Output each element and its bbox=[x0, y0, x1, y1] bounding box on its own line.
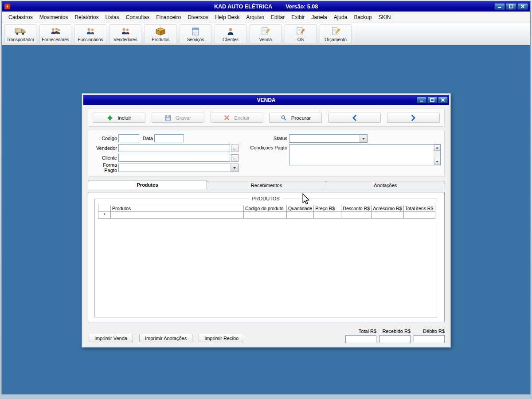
produtos-grid[interactable]: Produtos Codigo do produto Quantidade Pr… bbox=[98, 205, 435, 219]
box-icon bbox=[155, 26, 166, 37]
cell-preco[interactable] bbox=[314, 212, 341, 219]
forma-pagto-combobox[interactable] bbox=[118, 164, 239, 172]
screen: KAD AUTO ELÉTRICAVersão: 5.08 Cadastros … bbox=[0, 0, 532, 399]
cell-codigo[interactable] bbox=[244, 212, 287, 219]
toolbar-button-os[interactable]: OS bbox=[285, 24, 317, 44]
scroll-up-icon[interactable] bbox=[434, 145, 440, 151]
page-pencil-icon bbox=[331, 26, 340, 37]
gravar-button[interactable]: Gravar bbox=[152, 113, 204, 123]
cell-acrescimo[interactable] bbox=[372, 212, 403, 219]
menu-item-consultas[interactable]: Consultas bbox=[123, 13, 153, 22]
cliente-lookup-button[interactable]: ... bbox=[231, 154, 239, 162]
memo-scrollbar[interactable] bbox=[434, 145, 440, 165]
condicoes-pagto-memo[interactable] bbox=[289, 144, 441, 165]
total-label: Total R$ bbox=[359, 329, 376, 334]
menu-item-ajuda[interactable]: Ajuda bbox=[331, 13, 351, 22]
status-field[interactable] bbox=[289, 135, 360, 142]
imprimir-anotacoes-button[interactable]: Imprimir Anotações bbox=[139, 334, 192, 342]
venda-titlebar[interactable]: VENDA bbox=[83, 95, 449, 105]
toolbar-label: Fornecedores bbox=[42, 37, 69, 42]
menu-item-cadastros[interactable]: Cadastros bbox=[5, 13, 36, 22]
menu-item-editar[interactable]: Editar bbox=[268, 13, 288, 22]
venda-body: Incluir Gravar bbox=[83, 105, 449, 346]
tab-produtos[interactable]: Produtos bbox=[88, 180, 207, 189]
toolbar-label: Produtos bbox=[152, 37, 169, 42]
cell-total[interactable] bbox=[403, 212, 435, 219]
produtos-tab-page: PRODUTOS Produtos bbox=[88, 192, 445, 322]
toolbar-button-funcionarios[interactable]: Funcionários bbox=[74, 24, 106, 44]
excluir-button[interactable]: Excluir bbox=[211, 113, 263, 123]
cell-desconto[interactable] bbox=[341, 212, 372, 219]
red-x-icon bbox=[224, 115, 230, 121]
venda-minimize-button[interactable] bbox=[417, 97, 426, 103]
row-marker: * bbox=[98, 212, 111, 219]
document-icon bbox=[191, 26, 200, 37]
venda-close-button[interactable] bbox=[438, 97, 448, 103]
toolbar-button-venda[interactable]: Venda bbox=[250, 24, 282, 44]
main-toolbar: Transportador Fornecedores bbox=[2, 23, 530, 45]
people-group-icon bbox=[85, 26, 96, 37]
magnifier-icon bbox=[281, 115, 287, 121]
toolbar-label: OS bbox=[297, 37, 304, 42]
menu-item-helpdesk[interactable]: Help Desk bbox=[212, 13, 243, 22]
condicoes-pagto-field[interactable] bbox=[289, 145, 434, 165]
imprimir-recibo-button[interactable]: Imprimir Recibo bbox=[199, 334, 244, 342]
data-label: Data bbox=[139, 136, 154, 141]
toolbar-button-produtos[interactable]: Produtos bbox=[145, 24, 176, 44]
chevron-down-icon[interactable] bbox=[231, 164, 238, 172]
close-button[interactable] bbox=[517, 3, 528, 10]
recebido-field[interactable] bbox=[379, 335, 411, 343]
menu-item-listas[interactable]: Listas bbox=[102, 13, 122, 22]
incluir-button[interactable]: Incluir bbox=[93, 113, 145, 123]
imprimir-venda-button[interactable]: Imprimir Venda bbox=[89, 334, 133, 342]
toolbar-button-servicos[interactable]: Serviços bbox=[180, 24, 211, 44]
grid-col-quantidade: Quantidade bbox=[287, 205, 314, 212]
grid-empty-row[interactable]: * bbox=[98, 212, 435, 219]
menu-item-financeiro[interactable]: Financeiro bbox=[153, 13, 184, 22]
toolbar-button-vendedores[interactable]: Vendedores bbox=[110, 24, 141, 44]
toolbar-button-transportador[interactable]: Transportador bbox=[4, 24, 36, 44]
tab-recebimentos[interactable]: Recebimentos bbox=[207, 181, 326, 189]
arrow-left-icon bbox=[352, 115, 358, 121]
vendedor-field[interactable] bbox=[118, 144, 230, 152]
menu-item-diversos[interactable]: Diversos bbox=[184, 13, 211, 22]
next-record-button[interactable] bbox=[387, 113, 440, 123]
codigo-label: Codigo bbox=[90, 136, 118, 141]
cell-quantidade[interactable] bbox=[287, 212, 314, 219]
vendedor-lookup-button[interactable]: ... bbox=[231, 145, 239, 152]
menu-item-arquivo[interactable]: Arquivo bbox=[243, 13, 267, 22]
debito-field[interactable] bbox=[414, 335, 445, 343]
total-field[interactable] bbox=[345, 335, 376, 343]
produtos-group-title: PRODUTOS bbox=[248, 196, 283, 201]
mdi-area: VENDA bbox=[2, 45, 530, 394]
procurar-button[interactable]: Procurar bbox=[269, 113, 322, 123]
menu-item-relatorios[interactable]: Relatórios bbox=[71, 13, 102, 22]
chevron-down-icon[interactable] bbox=[360, 135, 367, 142]
toolbar-button-orcamento[interactable]: Orçamento bbox=[320, 24, 352, 44]
previous-record-button[interactable] bbox=[328, 113, 381, 123]
cliente-field[interactable] bbox=[118, 154, 230, 162]
toolbar-button-clientes[interactable]: Clientes bbox=[215, 24, 246, 44]
toolbar-button-fornecedores[interactable]: Fornecedores bbox=[39, 24, 71, 44]
menu-item-movimentos[interactable]: Movimentos bbox=[36, 13, 71, 22]
forma-pagto-field[interactable] bbox=[119, 164, 231, 172]
venda-window: VENDA bbox=[82, 93, 451, 348]
codigo-field[interactable] bbox=[118, 134, 139, 142]
toolbar-label: Venda bbox=[259, 37, 272, 42]
menu-item-janela[interactable]: Janela bbox=[308, 13, 330, 22]
floppy-icon bbox=[165, 115, 171, 121]
people-group-icon bbox=[50, 26, 61, 37]
menu-item-backup[interactable]: Backup bbox=[351, 13, 375, 22]
grid-header-row: Produtos Codigo do produto Quantidade Pr… bbox=[98, 205, 435, 212]
menu-item-skin[interactable]: SKIN bbox=[375, 13, 394, 22]
app-titlebar[interactable]: KAD AUTO ELÉTRICAVersão: 5.08 bbox=[2, 1, 530, 12]
data-field[interactable] bbox=[154, 134, 184, 142]
tab-anotacoes[interactable]: Anotações bbox=[326, 181, 445, 189]
minimize-button[interactable] bbox=[494, 3, 505, 10]
status-combobox[interactable] bbox=[289, 134, 368, 143]
cell-produtos[interactable] bbox=[111, 212, 244, 219]
maximize-button[interactable] bbox=[506, 3, 516, 10]
menu-item-exibir[interactable]: Exibir bbox=[288, 13, 308, 22]
venda-maximize-button[interactable] bbox=[427, 97, 437, 103]
scroll-down-icon[interactable] bbox=[434, 159, 440, 165]
